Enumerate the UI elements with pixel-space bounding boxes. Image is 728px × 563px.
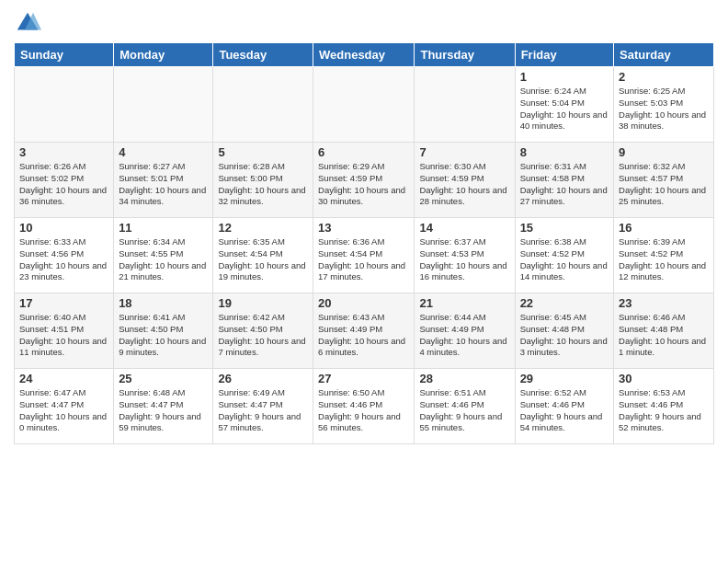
day-number: 30 bbox=[619, 372, 709, 385]
day-info: Sunrise: 6:53 AM Sunset: 4:46 PM Dayligh… bbox=[619, 387, 709, 434]
weekday-header-saturday: Saturday bbox=[614, 43, 714, 67]
day-number: 8 bbox=[520, 145, 609, 159]
logo bbox=[14, 9, 45, 37]
calendar-cell: 19Sunrise: 6:42 AM Sunset: 4:50 PM Dayli… bbox=[213, 293, 313, 369]
calendar-cell: 7Sunrise: 6:30 AM Sunset: 4:59 PM Daylig… bbox=[415, 143, 515, 218]
calendar-cell: 22Sunrise: 6:45 AM Sunset: 4:48 PM Dayli… bbox=[515, 293, 613, 369]
header bbox=[14, 9, 714, 37]
calendar-cell bbox=[114, 67, 213, 143]
day-number: 21 bbox=[419, 296, 509, 310]
day-info: Sunrise: 6:27 AM Sunset: 5:01 PM Dayligh… bbox=[119, 161, 208, 208]
day-info: Sunrise: 6:24 AM Sunset: 5:04 PM Dayligh… bbox=[520, 86, 609, 132]
day-info: Sunrise: 6:44 AM Sunset: 4:49 PM Dayligh… bbox=[419, 312, 509, 359]
weekday-header-wednesday: Wednesday bbox=[313, 43, 415, 67]
calendar-cell bbox=[313, 67, 415, 143]
day-info: Sunrise: 6:28 AM Sunset: 5:00 PM Dayligh… bbox=[218, 161, 308, 208]
day-number: 15 bbox=[520, 221, 609, 235]
day-info: Sunrise: 6:37 AM Sunset: 4:53 PM Dayligh… bbox=[419, 236, 509, 283]
calendar-cell: 28Sunrise: 6:51 AM Sunset: 4:46 PM Dayli… bbox=[415, 369, 515, 444]
day-info: Sunrise: 6:48 AM Sunset: 4:47 PM Dayligh… bbox=[119, 387, 208, 434]
calendar-cell: 9Sunrise: 6:32 AM Sunset: 4:57 PM Daylig… bbox=[614, 143, 714, 218]
calendar-cell: 23Sunrise: 6:46 AM Sunset: 4:48 PM Dayli… bbox=[614, 293, 714, 369]
day-info: Sunrise: 6:34 AM Sunset: 4:55 PM Dayligh… bbox=[119, 236, 208, 283]
day-info: Sunrise: 6:29 AM Sunset: 4:59 PM Dayligh… bbox=[318, 161, 409, 208]
weekday-header-monday: Monday bbox=[114, 43, 213, 67]
day-info: Sunrise: 6:41 AM Sunset: 4:50 PM Dayligh… bbox=[119, 312, 208, 359]
day-number: 16 bbox=[619, 221, 709, 235]
calendar-cell: 6Sunrise: 6:29 AM Sunset: 4:59 PM Daylig… bbox=[313, 143, 415, 218]
day-number: 23 bbox=[619, 296, 709, 310]
calendar-week-1: 3Sunrise: 6:26 AM Sunset: 5:02 PM Daylig… bbox=[15, 143, 714, 218]
calendar-cell: 13Sunrise: 6:36 AM Sunset: 4:54 PM Dayli… bbox=[313, 218, 415, 293]
weekday-header-thursday: Thursday bbox=[415, 43, 515, 67]
day-number: 25 bbox=[119, 372, 208, 385]
day-number: 2 bbox=[619, 70, 709, 84]
day-info: Sunrise: 6:25 AM Sunset: 5:03 PM Dayligh… bbox=[619, 86, 709, 132]
weekday-header-friday: Friday bbox=[515, 43, 613, 67]
calendar-cell: 1Sunrise: 6:24 AM Sunset: 5:04 PM Daylig… bbox=[515, 67, 613, 143]
calendar-cell: 2Sunrise: 6:25 AM Sunset: 5:03 PM Daylig… bbox=[614, 67, 714, 143]
day-info: Sunrise: 6:51 AM Sunset: 4:46 PM Dayligh… bbox=[419, 387, 509, 434]
day-number: 9 bbox=[619, 145, 709, 159]
day-number: 7 bbox=[419, 145, 509, 159]
day-info: Sunrise: 6:43 AM Sunset: 4:49 PM Dayligh… bbox=[318, 312, 409, 359]
day-info: Sunrise: 6:36 AM Sunset: 4:54 PM Dayligh… bbox=[318, 236, 409, 283]
day-number: 24 bbox=[19, 372, 108, 385]
calendar-cell: 20Sunrise: 6:43 AM Sunset: 4:49 PM Dayli… bbox=[313, 293, 415, 369]
calendar-week-3: 17Sunrise: 6:40 AM Sunset: 4:51 PM Dayli… bbox=[15, 293, 714, 369]
day-info: Sunrise: 6:38 AM Sunset: 4:52 PM Dayligh… bbox=[520, 236, 609, 283]
calendar-cell: 11Sunrise: 6:34 AM Sunset: 4:55 PM Dayli… bbox=[114, 218, 213, 293]
day-number: 13 bbox=[318, 221, 409, 235]
day-info: Sunrise: 6:30 AM Sunset: 4:59 PM Dayligh… bbox=[419, 161, 509, 208]
calendar-cell: 8Sunrise: 6:31 AM Sunset: 4:58 PM Daylig… bbox=[515, 143, 613, 218]
day-info: Sunrise: 6:49 AM Sunset: 4:47 PM Dayligh… bbox=[218, 387, 308, 434]
day-number: 26 bbox=[218, 372, 308, 385]
calendar-cell: 5Sunrise: 6:28 AM Sunset: 5:00 PM Daylig… bbox=[213, 143, 313, 218]
calendar-cell: 25Sunrise: 6:48 AM Sunset: 4:47 PM Dayli… bbox=[114, 369, 213, 444]
day-number: 18 bbox=[119, 296, 208, 310]
day-number: 14 bbox=[419, 221, 509, 235]
day-info: Sunrise: 6:42 AM Sunset: 4:50 PM Dayligh… bbox=[218, 312, 308, 359]
calendar-cell: 16Sunrise: 6:39 AM Sunset: 4:52 PM Dayli… bbox=[614, 218, 714, 293]
weekday-header-row: SundayMondayTuesdayWednesdayThursdayFrid… bbox=[15, 43, 714, 67]
day-number: 11 bbox=[119, 221, 208, 235]
day-info: Sunrise: 6:52 AM Sunset: 4:46 PM Dayligh… bbox=[520, 387, 609, 434]
day-number: 27 bbox=[318, 372, 409, 385]
calendar-cell: 10Sunrise: 6:33 AM Sunset: 4:56 PM Dayli… bbox=[15, 218, 114, 293]
calendar-week-2: 10Sunrise: 6:33 AM Sunset: 4:56 PM Dayli… bbox=[15, 218, 714, 293]
calendar-cell: 24Sunrise: 6:47 AM Sunset: 4:47 PM Dayli… bbox=[15, 369, 114, 444]
calendar-cell: 29Sunrise: 6:52 AM Sunset: 4:46 PM Dayli… bbox=[515, 369, 613, 444]
day-info: Sunrise: 6:39 AM Sunset: 4:52 PM Dayligh… bbox=[619, 236, 709, 283]
calendar-week-4: 24Sunrise: 6:47 AM Sunset: 4:47 PM Dayli… bbox=[15, 369, 714, 444]
calendar-cell bbox=[15, 67, 114, 143]
calendar-table: SundayMondayTuesdayWednesdayThursdayFrid… bbox=[14, 42, 714, 444]
page-container: SundayMondayTuesdayWednesdayThursdayFrid… bbox=[0, 0, 728, 449]
day-number: 4 bbox=[119, 145, 208, 159]
calendar-cell: 21Sunrise: 6:44 AM Sunset: 4:49 PM Dayli… bbox=[415, 293, 515, 369]
day-number: 12 bbox=[218, 221, 308, 235]
calendar-cell: 30Sunrise: 6:53 AM Sunset: 4:46 PM Dayli… bbox=[614, 369, 714, 444]
day-number: 17 bbox=[19, 296, 108, 310]
calendar-cell bbox=[415, 67, 515, 143]
calendar-cell: 15Sunrise: 6:38 AM Sunset: 4:52 PM Dayli… bbox=[515, 218, 613, 293]
calendar-cell: 14Sunrise: 6:37 AM Sunset: 4:53 PM Dayli… bbox=[415, 218, 515, 293]
calendar-cell: 12Sunrise: 6:35 AM Sunset: 4:54 PM Dayli… bbox=[213, 218, 313, 293]
day-number: 19 bbox=[218, 296, 308, 310]
calendar-cell: 18Sunrise: 6:41 AM Sunset: 4:50 PM Dayli… bbox=[114, 293, 213, 369]
day-info: Sunrise: 6:33 AM Sunset: 4:56 PM Dayligh… bbox=[19, 236, 108, 283]
day-number: 6 bbox=[318, 145, 409, 159]
day-info: Sunrise: 6:46 AM Sunset: 4:48 PM Dayligh… bbox=[619, 312, 709, 359]
day-number: 3 bbox=[19, 145, 108, 159]
day-number: 5 bbox=[218, 145, 308, 159]
day-number: 22 bbox=[520, 296, 609, 310]
day-info: Sunrise: 6:26 AM Sunset: 5:02 PM Dayligh… bbox=[19, 161, 108, 208]
calendar-cell: 27Sunrise: 6:50 AM Sunset: 4:46 PM Dayli… bbox=[313, 369, 415, 444]
calendar-cell bbox=[213, 67, 313, 143]
weekday-header-tuesday: Tuesday bbox=[213, 43, 313, 67]
day-number: 29 bbox=[520, 372, 609, 385]
day-info: Sunrise: 6:35 AM Sunset: 4:54 PM Dayligh… bbox=[218, 236, 308, 283]
day-number: 28 bbox=[419, 372, 509, 385]
day-number: 20 bbox=[318, 296, 409, 310]
day-number: 1 bbox=[520, 70, 609, 84]
day-info: Sunrise: 6:47 AM Sunset: 4:47 PM Dayligh… bbox=[19, 387, 108, 434]
